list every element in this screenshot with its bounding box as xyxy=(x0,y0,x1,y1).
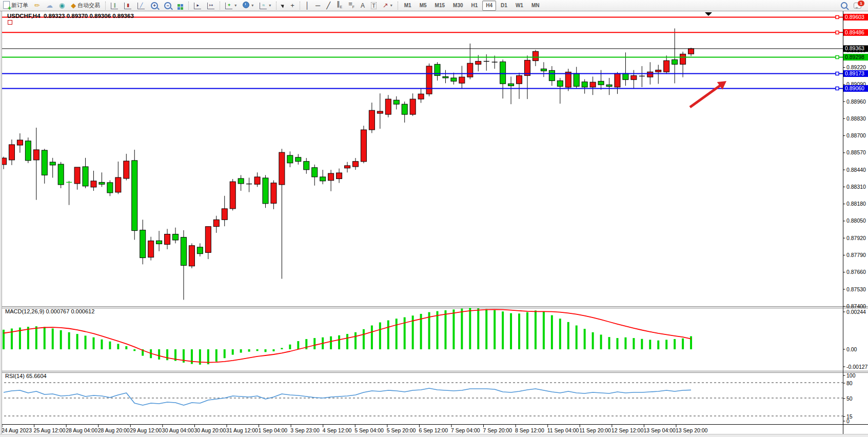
toolbar-separator xyxy=(398,2,398,10)
publisher-button[interactable]: ✏ xyxy=(32,1,43,11)
price-tick-label: 0.87530 xyxy=(846,286,866,292)
price-tick-label: 0.89220 xyxy=(846,64,866,70)
timeframe-button-m30[interactable]: M30 xyxy=(449,1,466,11)
candle-body xyxy=(320,177,326,181)
candle-body xyxy=(393,100,399,104)
price-tick-label: 0.88440 xyxy=(846,167,866,173)
candle-body xyxy=(33,150,39,160)
toolbar-separator xyxy=(220,2,220,10)
text-button[interactable]: A xyxy=(358,1,367,11)
price-tick-label: 0.88310 xyxy=(846,184,866,190)
time-axis-label: 8 Sep 12:00 xyxy=(515,427,544,433)
channel-button[interactable]: ∥E xyxy=(334,1,345,11)
auto-scroll-button[interactable]: ▸ xyxy=(191,1,204,11)
hline-handle[interactable] xyxy=(836,72,839,75)
chart-shift-icon: ↦ xyxy=(207,2,214,9)
candle-body xyxy=(541,69,546,71)
candle-body xyxy=(9,145,14,160)
chart-shift-button[interactable]: ↦ xyxy=(205,1,217,11)
zoom-in-button[interactable]: + xyxy=(148,1,161,11)
chevron-down-icon: ▾ xyxy=(269,3,271,8)
auto-trading-button[interactable]: ◆自动交易 xyxy=(68,1,103,11)
templates-button[interactable]: ≈▾ xyxy=(257,1,273,11)
timeframe-button-m5[interactable]: M5 xyxy=(416,1,430,11)
notification-badge: 1 xyxy=(858,1,864,6)
label-button[interactable]: T xyxy=(368,1,379,11)
timeframe-button-d1[interactable]: D1 xyxy=(497,1,511,11)
time-axis-label: 11 Sep 04:00 xyxy=(547,427,579,433)
signals-button[interactable]: ◉ xyxy=(56,1,67,11)
trendline-icon: ╱ xyxy=(326,2,330,9)
price-line-badge-label: 0.89603 xyxy=(845,14,864,20)
price-line-badge-label: 0.89060 xyxy=(845,85,864,91)
candle-body xyxy=(337,173,342,179)
timeframe-button-h1[interactable]: H1 xyxy=(468,1,482,11)
mt4-window: 新订单✏☁◉◆自动交易∥▮╱+−▸↦+▾▾≈▾+│─╱∥E≡FAT↗▾M1M5M… xyxy=(0,0,868,437)
crosshair-button[interactable]: + xyxy=(288,1,297,11)
trendline-button[interactable]: ╱ xyxy=(324,1,333,11)
candle-body xyxy=(263,178,268,204)
candle-body xyxy=(574,73,579,86)
zoom-in-icon: + xyxy=(151,2,158,9)
candle-body xyxy=(426,66,432,94)
macd-axis-label: 0.00244 xyxy=(846,309,866,315)
hline-handle[interactable] xyxy=(836,15,839,18)
candle-body xyxy=(582,82,587,87)
auto-trading-button-label: 自动交易 xyxy=(77,2,100,9)
hline-icon: ─ xyxy=(315,2,320,9)
crosshair-icon: + xyxy=(290,2,294,9)
time-axis-label: 12 Sep 12:00 xyxy=(611,427,644,433)
price-line-badge-label: 0.89363 xyxy=(845,45,864,51)
price-tick-label: 0.87920 xyxy=(846,235,866,241)
time-axis-label: 7 Sep 04:00 xyxy=(451,427,480,433)
timeframe-button-m15[interactable]: M15 xyxy=(431,1,448,11)
candle-body xyxy=(99,182,105,184)
line-chart-button[interactable]: ╱ xyxy=(135,1,147,11)
rsi-axis-label: 0 xyxy=(846,418,850,424)
chevron-down-icon: ▾ xyxy=(251,3,253,8)
time-axis-label: 1 Sep 04:00 xyxy=(259,427,288,433)
candle-chart-icon: ▮ xyxy=(124,2,131,9)
time-axis-label: 29 Aug 12:00 xyxy=(130,427,162,433)
candle-body xyxy=(124,161,129,178)
arrows-button[interactable]: ↗▾ xyxy=(380,1,395,11)
price-tick-label: 0.88180 xyxy=(846,201,866,207)
community-button[interactable]: ☁ xyxy=(44,1,55,11)
new-order-button[interactable]: 新订单 xyxy=(1,1,31,11)
candle-body xyxy=(680,54,686,64)
candle-body xyxy=(189,246,194,266)
clock-icon xyxy=(243,2,249,9)
time-axis-label: 4 Sep 12:00 xyxy=(323,427,352,433)
price-tick-label: 0.88830 xyxy=(846,115,866,122)
candle-body xyxy=(500,62,506,84)
hline-handle[interactable] xyxy=(836,87,839,90)
search-button[interactable] xyxy=(838,1,850,11)
channel-icon: ∥E xyxy=(337,1,342,10)
candle-body xyxy=(140,230,146,258)
bar-chart-button[interactable]: ∥ xyxy=(108,1,121,11)
candle-body xyxy=(615,73,620,87)
indicators-button[interactable]: +▾ xyxy=(223,1,239,11)
cursor-button[interactable] xyxy=(279,1,287,11)
timeframe-button-mn[interactable]: MN xyxy=(528,1,543,11)
candle-body xyxy=(132,161,137,231)
timeframe-button-w1[interactable]: W1 xyxy=(512,1,527,11)
candle-body xyxy=(304,162,309,170)
candle-chart-button[interactable]: ▮ xyxy=(122,1,134,11)
vline-button[interactable]: │ xyxy=(303,1,312,11)
fibonacci-button[interactable]: ≡F xyxy=(346,1,357,11)
hline-handle[interactable] xyxy=(836,55,839,58)
timeframe-button-m1[interactable]: M1 xyxy=(401,1,415,11)
price-tick-label: 0.88570 xyxy=(846,149,866,155)
candle-body xyxy=(165,234,170,245)
tile-windows-button[interactable] xyxy=(175,1,186,11)
periods-button[interactable]: ▾ xyxy=(240,1,256,11)
notifications-button[interactable]: 1 xyxy=(851,1,864,11)
timeframe-button-h4[interactable]: H4 xyxy=(482,1,496,11)
arrows-icon: ↗ xyxy=(383,2,388,9)
candle-body xyxy=(50,162,55,165)
hline-handle[interactable] xyxy=(836,31,839,34)
zoom-out-button[interactable]: − xyxy=(162,1,174,11)
candle-body xyxy=(590,82,596,87)
hline-button[interactable]: ─ xyxy=(313,1,323,11)
